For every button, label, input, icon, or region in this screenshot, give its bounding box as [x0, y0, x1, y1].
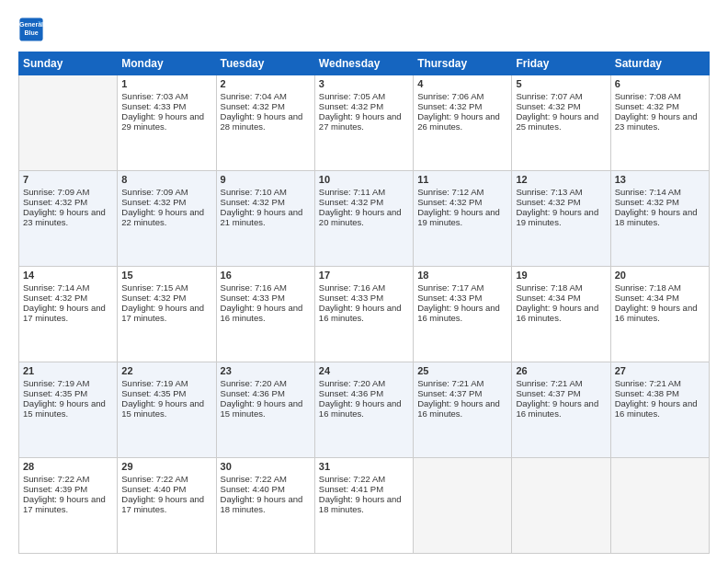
calendar-day-cell: 24Sunrise: 7:20 AMSunset: 4:36 PMDayligh…: [314, 362, 413, 458]
sunset-text: Sunset: 4:32 PM: [516, 197, 606, 207]
day-number: 17: [319, 270, 409, 281]
sunrise-text: Sunrise: 7:16 AM: [221, 282, 311, 293]
daylight-text: Daylight: 9 hours and 17 minutes.: [121, 303, 211, 323]
day-number: 24: [319, 365, 409, 376]
sunset-text: Sunset: 4:32 PM: [23, 197, 113, 207]
sunrise-text: Sunrise: 7:05 AM: [319, 91, 409, 101]
sunrise-text: Sunrise: 7:10 AM: [221, 187, 311, 197]
sunrise-text: Sunrise: 7:09 AM: [121, 187, 211, 197]
day-number: 21: [23, 365, 113, 376]
sunset-text: Sunset: 4:40 PM: [121, 484, 211, 494]
day-number: 2: [221, 78, 311, 89]
page: General Blue SundayMondayTuesdayWednesda…: [0, 0, 728, 563]
day-number: 25: [417, 365, 507, 376]
day-number: 8: [121, 174, 211, 185]
day-number: 27: [615, 365, 705, 376]
day-number: 4: [417, 78, 507, 89]
sunrise-text: Sunrise: 7:17 AM: [417, 282, 507, 293]
daylight-text: Daylight: 9 hours and 17 minutes.: [121, 494, 211, 514]
sunrise-text: Sunrise: 7:16 AM: [319, 282, 409, 293]
daylight-text: Daylight: 9 hours and 15 minutes.: [221, 398, 311, 419]
calendar-day-cell: 13Sunrise: 7:14 AMSunset: 4:32 PMDayligh…: [610, 171, 709, 267]
sunrise-text: Sunrise: 7:19 AM: [23, 378, 113, 388]
daylight-text: Daylight: 9 hours and 19 minutes.: [516, 207, 606, 227]
daylight-text: Daylight: 9 hours and 20 minutes.: [319, 207, 409, 227]
calendar-day-cell: 21Sunrise: 7:19 AMSunset: 4:35 PMDayligh…: [19, 362, 118, 458]
calendar-dow-monday: Monday: [118, 52, 216, 75]
sunset-text: Sunset: 4:32 PM: [319, 101, 409, 111]
sunrise-text: Sunrise: 7:19 AM: [121, 378, 211, 388]
calendar-day-cell: 10Sunrise: 7:11 AMSunset: 4:32 PMDayligh…: [314, 171, 413, 267]
sunset-text: Sunset: 4:37 PM: [516, 388, 606, 398]
daylight-text: Daylight: 9 hours and 23 minutes.: [615, 111, 705, 132]
daylight-text: Daylight: 9 hours and 29 minutes.: [121, 111, 211, 132]
day-number: 19: [516, 270, 606, 281]
sunrise-text: Sunrise: 7:15 AM: [121, 282, 211, 293]
sunset-text: Sunset: 4:32 PM: [121, 197, 211, 207]
calendar-header-row: SundayMondayTuesdayWednesdayThursdayFrid…: [19, 52, 710, 75]
sunset-text: Sunset: 4:34 PM: [615, 293, 705, 303]
calendar-day-cell: [512, 458, 610, 554]
calendar-week-row: 7Sunrise: 7:09 AMSunset: 4:32 PMDaylight…: [19, 171, 710, 267]
sunset-text: Sunset: 4:32 PM: [516, 101, 606, 111]
sunrise-text: Sunrise: 7:12 AM: [417, 187, 507, 197]
day-number: 22: [121, 365, 211, 376]
daylight-text: Daylight: 9 hours and 26 minutes.: [417, 111, 507, 132]
calendar-day-cell: 8Sunrise: 7:09 AMSunset: 4:32 PMDaylight…: [118, 171, 216, 267]
calendar-day-cell: 22Sunrise: 7:19 AMSunset: 4:35 PMDayligh…: [118, 362, 216, 458]
calendar-day-cell: 14Sunrise: 7:14 AMSunset: 4:32 PMDayligh…: [19, 267, 118, 362]
daylight-text: Daylight: 9 hours and 23 minutes.: [23, 207, 113, 227]
day-number: 20: [615, 270, 705, 281]
calendar-day-cell: 1Sunrise: 7:03 AMSunset: 4:33 PMDaylight…: [118, 75, 216, 171]
sunset-text: Sunset: 4:38 PM: [615, 388, 705, 398]
sunrise-text: Sunrise: 7:03 AM: [121, 91, 211, 101]
calendar-week-row: 14Sunrise: 7:14 AMSunset: 4:32 PMDayligh…: [19, 267, 710, 362]
sunrise-text: Sunrise: 7:07 AM: [516, 91, 606, 101]
daylight-text: Daylight: 9 hours and 16 minutes.: [221, 303, 311, 323]
calendar-dow-thursday: Thursday: [414, 52, 512, 75]
sunrise-text: Sunrise: 7:22 AM: [121, 474, 211, 484]
sunrise-text: Sunrise: 7:09 AM: [23, 187, 113, 197]
calendar-day-cell: 27Sunrise: 7:21 AMSunset: 4:38 PMDayligh…: [610, 362, 709, 458]
day-number: 11: [417, 174, 507, 185]
daylight-text: Daylight: 9 hours and 16 minutes.: [516, 303, 606, 323]
daylight-text: Daylight: 9 hours and 17 minutes.: [23, 494, 113, 514]
daylight-text: Daylight: 9 hours and 17 minutes.: [23, 303, 113, 323]
sunrise-text: Sunrise: 7:11 AM: [319, 187, 409, 197]
calendar-dow-wednesday: Wednesday: [314, 52, 413, 75]
sunset-text: Sunset: 4:37 PM: [417, 388, 507, 398]
calendar-day-cell: 31Sunrise: 7:22 AMSunset: 4:41 PMDayligh…: [314, 458, 413, 554]
day-number: 12: [516, 174, 606, 185]
day-number: 28: [23, 461, 113, 472]
calendar-day-cell: 26Sunrise: 7:21 AMSunset: 4:37 PMDayligh…: [512, 362, 610, 458]
calendar-day-cell: [414, 458, 512, 554]
sunrise-text: Sunrise: 7:18 AM: [516, 282, 606, 293]
sunset-text: Sunset: 4:35 PM: [23, 388, 113, 398]
daylight-text: Daylight: 9 hours and 16 minutes.: [615, 303, 705, 323]
calendar-day-cell: 7Sunrise: 7:09 AMSunset: 4:32 PMDaylight…: [19, 171, 118, 267]
sunset-text: Sunset: 4:41 PM: [319, 484, 409, 494]
day-number: 26: [516, 365, 606, 376]
sunrise-text: Sunrise: 7:21 AM: [615, 378, 705, 388]
daylight-text: Daylight: 9 hours and 28 minutes.: [221, 111, 311, 132]
calendar-day-cell: 6Sunrise: 7:08 AMSunset: 4:32 PMDaylight…: [610, 75, 709, 171]
day-number: 13: [615, 174, 705, 185]
header: General Blue: [18, 17, 710, 42]
sunset-text: Sunset: 4:33 PM: [417, 293, 507, 303]
sunset-text: Sunset: 4:32 PM: [221, 101, 311, 111]
calendar-day-cell: 5Sunrise: 7:07 AMSunset: 4:32 PMDaylight…: [512, 75, 610, 171]
calendar-day-cell: 18Sunrise: 7:17 AMSunset: 4:33 PMDayligh…: [414, 267, 512, 362]
day-number: 15: [121, 270, 211, 281]
day-number: 3: [319, 78, 409, 89]
day-number: 9: [221, 174, 311, 185]
sunset-text: Sunset: 4:32 PM: [615, 197, 705, 207]
calendar-day-cell: 25Sunrise: 7:21 AMSunset: 4:37 PMDayligh…: [414, 362, 512, 458]
sunrise-text: Sunrise: 7:22 AM: [319, 474, 409, 484]
sunset-text: Sunset: 4:39 PM: [23, 484, 113, 494]
sunrise-text: Sunrise: 7:22 AM: [23, 474, 113, 484]
day-number: 23: [221, 365, 311, 376]
daylight-text: Daylight: 9 hours and 18 minutes.: [615, 207, 705, 227]
sunrise-text: Sunrise: 7:13 AM: [516, 187, 606, 197]
sunset-text: Sunset: 4:32 PM: [121, 293, 211, 303]
calendar-day-cell: 3Sunrise: 7:05 AMSunset: 4:32 PMDaylight…: [314, 75, 413, 171]
